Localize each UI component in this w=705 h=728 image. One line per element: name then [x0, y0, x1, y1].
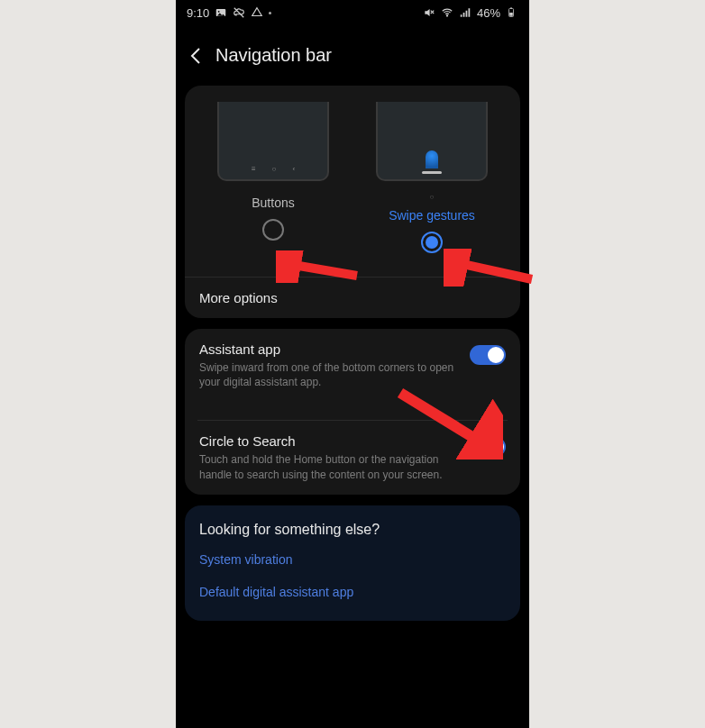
looking-for-title: Looking for something else? — [185, 505, 520, 543]
back-icon[interactable] — [190, 47, 201, 65]
nav-type-option-gestures[interactable]: ○ Swipe gestures — [369, 102, 495, 253]
wifi-icon — [441, 6, 453, 19]
radio-buttons[interactable] — [262, 219, 284, 241]
svg-rect-8 — [510, 8, 512, 9]
nav-type-option-buttons[interactable]: ≡○‹ Buttons — [210, 102, 336, 253]
nav-type-card: ≡○‹ Buttons ○ Swipe gestures — [185, 86, 520, 318]
radio-gestures[interactable] — [421, 232, 443, 253]
link-default-assistant[interactable]: Default digital assistant app — [185, 576, 520, 608]
battery-icon — [506, 6, 518, 19]
setting-title: Assistant app — [199, 341, 459, 357]
looking-for-card: Looking for something else? System vibra… — [185, 505, 520, 621]
phone-frame: 9:10 — [176, 0, 529, 728]
svg-point-1 — [218, 11, 220, 13]
mute-icon — [423, 6, 435, 19]
settings-card: Assistant app Swipe inward from one of t… — [185, 329, 520, 495]
assistant-app-row[interactable]: Assistant app Swipe inward from one of t… — [185, 329, 520, 402]
assistant-app-toggle[interactable] — [470, 345, 506, 365]
setting-title: Circle to Search — [199, 433, 459, 449]
circle-to-search-row[interactable]: Circle to Search Touch and hold the Home… — [185, 421, 520, 494]
preview-buttons: ≡○‹ — [217, 102, 329, 181]
more-options-label: More options — [199, 290, 278, 305]
option-label: Buttons — [252, 196, 294, 210]
link-system-vibration[interactable]: System vibration — [185, 543, 520, 576]
circle-to-search-toggle[interactable] — [470, 437, 506, 457]
status-battery-text: 46% — [477, 6, 500, 20]
more-dot-icon — [269, 12, 271, 14]
photo-icon — [215, 6, 227, 19]
svg-point-6 — [446, 15, 447, 16]
signal-icon — [459, 6, 472, 19]
status-time: 9:10 — [187, 6, 209, 20]
option-label: Swipe gestures — [389, 208, 475, 223]
setting-subtitle: Touch and hold the Home button or the na… — [199, 452, 459, 481]
drive-icon — [251, 6, 263, 19]
svg-rect-9 — [509, 13, 513, 16]
cloud-off-icon — [233, 6, 245, 19]
page-title: Navigation bar — [215, 45, 332, 66]
svg-marker-3 — [252, 8, 262, 16]
preview-gestures — [376, 102, 488, 181]
status-bar: 9:10 — [176, 0, 529, 25]
more-options-row[interactable]: More options — [185, 278, 520, 318]
setting-subtitle: Swipe inward from one of the bottom corn… — [199, 360, 459, 389]
header: Navigation bar — [176, 25, 529, 80]
